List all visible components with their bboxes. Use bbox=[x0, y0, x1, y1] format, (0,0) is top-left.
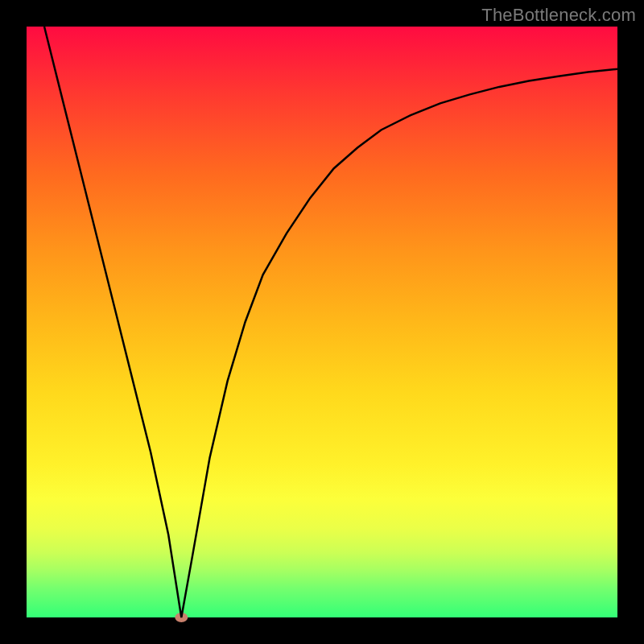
chart-frame: TheBottleneck.com bbox=[0, 0, 644, 644]
plot-area bbox=[27, 27, 617, 617]
watermark-text: TheBottleneck.com bbox=[481, 5, 636, 26]
bottleneck-curve-path bbox=[44, 27, 617, 617]
chart-svg bbox=[27, 27, 617, 617]
